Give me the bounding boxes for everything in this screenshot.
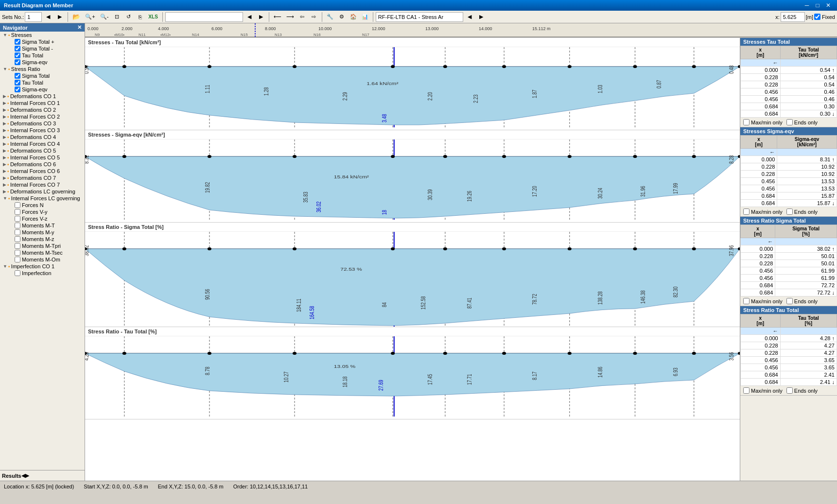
member-prev[interactable]: ◀ <box>244 12 255 22</box>
sr-sigma-checkbox[interactable] <box>15 73 20 79</box>
max-min-checkbox-sigma[interactable] <box>743 209 750 215</box>
table-row[interactable]: 0.456 3.65 <box>741 357 837 364</box>
nav-item-if-co5[interactable]: ▶ ▪ Internal Forces CO 5 <box>2 154 85 161</box>
expand-icon[interactable]: ▼ <box>3 33 7 37</box>
sigma-total-plus-checkbox[interactable] <box>15 39 20 45</box>
nav-item-forces-vz[interactable]: Forces V-z <box>14 215 85 222</box>
sets-input[interactable] <box>25 12 42 22</box>
table-row[interactable]: 0.684 0.30 <box>741 103 837 110</box>
max-min-checkbox-sr-tau[interactable] <box>743 387 750 394</box>
table-row[interactable]: 0.000 8.31 ↑ <box>741 156 837 163</box>
open-button[interactable]: 📂 <box>70 12 82 22</box>
nav-item-def-co4[interactable]: ▶ ▪ Deformations CO 4 <box>2 134 85 140</box>
moments-mom-checkbox[interactable] <box>15 257 20 262</box>
minimize-button[interactable]: ─ <box>802 1 812 10</box>
fixed-label[interactable]: Fixed <box>814 14 835 20</box>
table-row[interactable]: 0.228 4.27 <box>741 349 837 357</box>
ends-only-checkbox-sigma[interactable] <box>786 209 793 215</box>
table-row[interactable]: 0.228 4.27 <box>741 342 837 349</box>
chart-svg-sigma[interactable]: 8.31 19.82 35.83 36.02 15.84 kN/cm² 18 3… <box>85 139 740 222</box>
table-row[interactable]: 0.684 72.72 <box>741 282 837 289</box>
table-row[interactable]: 0.000 0.54 ↑ <box>741 67 837 74</box>
imperfection-checkbox[interactable] <box>15 270 20 276</box>
copy-button[interactable]: ⎘ <box>135 12 145 22</box>
nav-item-sr-tau[interactable]: Tau Total <box>14 79 85 86</box>
forces-n-checkbox[interactable] <box>15 202 20 208</box>
table-row[interactable]: 0.456 61.99 <box>741 267 837 275</box>
moments-mtsec-checkbox[interactable] <box>15 250 20 256</box>
table-row[interactable]: 0.228 10.92 <box>741 163 837 171</box>
nav-item-moments-mom[interactable]: Moments M-Om <box>14 256 85 263</box>
moments-my-checkbox[interactable] <box>15 229 20 235</box>
rf-input[interactable] <box>376 12 463 22</box>
table-row[interactable]: ← <box>741 149 837 156</box>
tool1[interactable]: ⟵ <box>272 12 283 22</box>
table-row[interactable]: 0.456 13.53 <box>741 185 837 192</box>
table-row[interactable]: 0.684 2.41 ↓ <box>741 379 837 386</box>
nav-item-if-co4[interactable]: ▶ ▪ Internal Forces CO 4 <box>2 140 85 147</box>
nav-item-if-co7[interactable]: ▶ ▪ Internal Forces CO 7 <box>2 181 85 188</box>
nav-item-def-co7[interactable]: ▶ ▪ Deformations CO 7 <box>2 174 85 181</box>
zoom-out-button[interactable]: 🔍- <box>98 12 111 22</box>
table-row[interactable]: ← <box>741 238 837 245</box>
results-next[interactable]: ▶ <box>25 472 29 479</box>
fixed-checkbox[interactable] <box>814 14 820 20</box>
member-next[interactable]: ▶ <box>256 12 266 22</box>
table-row[interactable]: 0.228 50.01 <box>741 253 837 260</box>
nav-item-def-co5[interactable]: ▶ ▪ Deformations CO 5 <box>2 147 85 154</box>
nav-item-def-lc[interactable]: ▶ ▪ Deformations LC governing <box>2 188 85 195</box>
tau-total-checkbox[interactable] <box>15 52 20 58</box>
close-button[interactable]: ✕ <box>823 1 833 10</box>
nav-item-forces-n[interactable]: Forces N <box>14 202 85 209</box>
sigma-total-minus-checkbox[interactable] <box>15 46 20 52</box>
nav-item-moments-my[interactable]: Moments M-y <box>14 229 85 236</box>
excel-button[interactable]: XLS <box>146 12 159 22</box>
prev-button[interactable]: ◀ <box>43 12 53 22</box>
maximize-button[interactable]: □ <box>813 1 822 10</box>
table-row[interactable]: 0.684 72.72 ↓ <box>741 289 837 296</box>
chart-svg-tau[interactable]: 0.54 1.11 1.28 2.29 1.64 kN/cm² 3.48 2.2… <box>85 47 740 130</box>
nav-item-stress-ratio[interactable]: ▼ ▪ Stress Ratio <box>2 66 85 72</box>
nav-item-if-co2[interactable]: ▶ ▪ Internal Forces CO 2 <box>2 113 85 120</box>
ends-only-checkbox-sr-tau[interactable] <box>786 387 793 394</box>
max-min-checkbox-tau[interactable] <box>743 119 750 125</box>
table-row[interactable]: 0.684 2.41 <box>741 371 837 379</box>
nav-item-if-co6[interactable]: ▶ ▪ Internal Forces CO 6 <box>2 168 85 174</box>
moments-mz-checkbox[interactable] <box>15 236 20 242</box>
nav-item-def-co3[interactable]: ▶ ▪ Deformations CO 3 <box>2 120 85 127</box>
nav-item-sigma-total-plus[interactable]: Sigma Total + <box>14 38 85 45</box>
rf-next[interactable]: ▶ <box>476 12 487 22</box>
table-row[interactable]: 0.228 0.54 <box>741 74 837 81</box>
expand-icon-sr[interactable]: ▼ <box>3 67 7 71</box>
table-row[interactable]: 0.228 10.92 <box>741 171 837 178</box>
tool7[interactable]: 🏠 <box>348 12 359 22</box>
nav-item-def-co2[interactable]: ▶ ▪ Deformations CO 2 <box>2 106 85 113</box>
zoom-fit-button[interactable]: ⊡ <box>111 12 122 22</box>
moments-mt-checkbox[interactable] <box>15 223 20 228</box>
sr-tau-checkbox[interactable] <box>15 80 20 86</box>
max-min-label-sr-sigma[interactable]: Max/min only <box>743 298 783 304</box>
ends-only-label-tau[interactable]: Ends only <box>786 119 818 125</box>
nav-item-moments-mz[interactable]: Moments M-z <box>14 236 85 243</box>
zoom-in-button[interactable]: 🔍+ <box>83 12 97 22</box>
tool3[interactable]: ⇦ <box>297 12 308 22</box>
sigma-eqv-checkbox[interactable] <box>15 59 20 65</box>
nav-item-sigma-total-minus[interactable]: Sigma Total - <box>14 45 85 52</box>
member-select[interactable] <box>165 12 243 22</box>
ends-only-label-sr-tau[interactable]: Ends only <box>786 387 818 394</box>
nav-item-forces-vy[interactable]: Forces V-y <box>14 209 85 215</box>
table-row[interactable]: 0.456 61.99 <box>741 275 837 282</box>
table-row[interactable]: 0.456 3.65 <box>741 364 837 371</box>
tool8[interactable]: 📊 <box>360 12 370 22</box>
ends-only-label-sr-sigma[interactable]: Ends only <box>786 298 818 304</box>
table-row[interactable]: 0.000 38.02 ↑ <box>741 245 837 253</box>
table-row[interactable]: 0.000 4.28 ↑ <box>741 335 837 342</box>
moments-mtpri-checkbox[interactable] <box>15 243 20 249</box>
max-min-checkbox-sr-sigma[interactable] <box>743 298 750 304</box>
table-row[interactable]: 0.456 0.46 <box>741 88 837 96</box>
ends-only-checkbox-tau[interactable] <box>786 119 793 125</box>
forces-vy-checkbox[interactable] <box>15 209 20 215</box>
table-row[interactable]: 0.684 0.30 ↓ <box>741 110 837 118</box>
nav-item-imperfection[interactable]: Imperfection <box>14 270 85 277</box>
table-row[interactable]: 0.228 0.54 <box>741 81 837 88</box>
